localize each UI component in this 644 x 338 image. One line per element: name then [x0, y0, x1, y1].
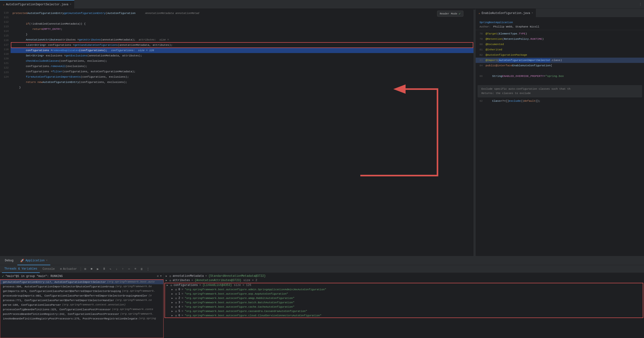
btn-watches[interactable]: ≣ [139, 266, 144, 272]
code-line-78: 78 @Target(ElementType.TYPE) [476, 31, 644, 37]
var-row-attributes[interactable]: ▶ ⊟ attributes = {AnnotationAttributes@3… [164, 278, 644, 282]
btn-step-out[interactable]: ↑ [120, 266, 126, 272]
var-row-2[interactable]: ▶ ⊟ 2 = "org.springframework.boot.autoco… [165, 296, 643, 300]
var-val-idx-6: "org.springframework.boot.autoconfigure.… [185, 314, 322, 317]
debug-tab-app-label: Application [26, 259, 44, 262]
frame-0[interactable]: getAutoConfigurationEntry:117, AutoConfi… [0, 280, 164, 284]
btn-resume[interactable]: ▶ [95, 266, 101, 272]
dropdown-icon[interactable]: ▼ [160, 275, 162, 277]
btn-pause[interactable]: ⏸ [101, 266, 107, 272]
code-line-79: 79 @Retention(RetentionPolicy.RUNTIME) [476, 37, 644, 42]
debug-tab-app-close[interactable]: × [46, 259, 48, 262]
frame-8[interactable]: invokeBeanDefinitionRegistryPostProcesso… [0, 316, 164, 321]
code-line-124: } [10, 85, 474, 90]
expand-icon-1: ▶ [166, 279, 169, 282]
expand-icon: ▶ [166, 275, 169, 277]
doc-line1: Exclude specific auto-configuration clas… [482, 87, 638, 91]
var-name-1: attributes [173, 279, 190, 282]
var-row-6[interactable]: ▶ ⊟ 6 = "org.springframework.boot.autoco… [165, 313, 643, 318]
var-row-configurations[interactable]: ▶ ⊟ configurations = {LinkedList@4353} s… [165, 283, 643, 287]
variables-panel: ▶ ⊟ annotationMetadata = {StandardAnnota… [164, 273, 644, 338]
frame-3[interactable]: processGroupImports:801, ConfigurationCl… [0, 293, 164, 298]
debug-panel: Debug 🚀 Application × Threads & Variable… [0, 256, 644, 338]
tab-more-btn[interactable]: ⋮ [637, 2, 644, 6]
expand-icon-9: ▶ [172, 314, 175, 317]
var-val-0: {StandardAnnotationMetadata@3722} [208, 274, 266, 278]
var-val-idx-0: "org.springframework.boot.autoconfigure.… [185, 288, 326, 291]
app-icon: 🚀 [20, 259, 24, 262]
code-line-123: return new AutoConfigurationEntry (confi… [10, 80, 474, 85]
tab-right-label: EnableAutoConfiguration.java [482, 12, 530, 15]
frame-6[interactable]: processConfigBeanDefinitions:325, Config… [0, 307, 164, 312]
code-line-116: List < String > configurations = getCand… [11, 43, 473, 48]
frame-1[interactable]: process:396, AutoConfigurationImportSele… [0, 284, 164, 289]
btn-step-over[interactable]: ↷ [108, 266, 113, 272]
frame-4[interactable]: process:771, ConfigurationClassParser$De… [0, 298, 164, 302]
var-row-annotationMetadata[interactable]: ▶ ⊟ annotationMetadata = {StandardAnnota… [164, 274, 644, 278]
left-editor-pane: Reader Mode ✓ 110 111 112 113 114 115 11… [0, 9, 476, 256]
var-row-3[interactable]: ▶ ⊟ 3 = "org.springframework.boot.autoco… [165, 300, 643, 305]
btn-eval[interactable]: ≡ [132, 266, 138, 272]
threads-panel: ✓ "main"@1 in group "main": RUNNING ⊘ ▼ … [0, 273, 164, 338]
debug-tab-application[interactable]: 🚀 Application × [17, 256, 50, 265]
thread-label: "main"@1 in group "main": RUNNING [5, 275, 62, 278]
var-val-idx-4: "org.springframework.boot.autoconfigure.… [185, 305, 294, 308]
console-tab-label: Console [43, 267, 55, 271]
code-lines-left: protected AutoConfigurationEntry getAuto… [10, 10, 474, 256]
btn-drop-frame[interactable]: ✂ [126, 266, 132, 272]
frame-5-method: parse:188, ConfigurationClassParser [3, 303, 61, 306]
expand-icon-7: ▶ [172, 305, 175, 308]
check-green-icon: ✓ [2, 274, 4, 278]
var-row-5[interactable]: ▶ ⊟ 5 = "org.springframework.boot.autoco… [165, 309, 643, 313]
java-icon-right: ☕ [478, 12, 480, 15]
expand-icon-4: ▶ [172, 292, 175, 295]
variables-list: ▶ ⊟ annotationMetadata = {StandardAnnota… [164, 273, 644, 338]
doc-springboot: SpringBootApplication [480, 20, 640, 25]
frame-5[interactable]: parse:188, ConfigurationClassParser (org… [0, 302, 164, 307]
var-val-idx-3: "org.springframework.boot.autoconfigure.… [185, 301, 294, 304]
code-line-114: } [10, 32, 474, 37]
var-idx-4: 4 [178, 305, 180, 308]
author-label: Author: [480, 25, 490, 28]
tab-right-file[interactable]: ☕ EnableAutoConfiguration.java × [476, 9, 536, 17]
frame-5-pkg: (org.springframework.context.annotation) [62, 303, 126, 306]
tab-left-label: AutoConfigurationImportSelector.java [6, 3, 68, 6]
tab-close-right[interactable]: × [532, 12, 533, 15]
configurations-group: ▶ ⊟ configurations = {LinkedList@4353} s… [165, 283, 643, 318]
debug-tab-debug[interactable]: Debug [2, 256, 16, 265]
var-row-1[interactable]: ▶ ⊟ 1 = "org.springframework.boot.autoco… [165, 292, 643, 296]
frame-1-method: process:396, AutoConfigurationImportSele… [3, 285, 114, 288]
var-idx-3: 3 [178, 301, 180, 304]
code-line-85 [476, 68, 644, 74]
var-row-4[interactable]: ▶ ⊟ 4 = "org.springframework.boot.autoco… [165, 305, 643, 309]
tab-left-file[interactable]: ☕ AutoConfigurationImportSelector.java × [0, 0, 74, 9]
var-idx-2: 2 [178, 296, 180, 300]
doc-line2: Returns: the classes to exclude [482, 91, 638, 96]
var-val-idx-5: "org.springframework.boot.autoconfigure.… [185, 310, 307, 313]
code-line-111 [10, 16, 474, 21]
frame-2[interactable]: getImports:874, ConfigurationClassParser… [0, 289, 164, 293]
var-val-idx-1: "org.springframework.boot.autoconfigure.… [185, 292, 288, 295]
expand-icon-5: ▶ [172, 297, 175, 300]
code-line-117: configurations = removeDuplicates (confi… [10, 48, 474, 53]
btn-thread-dump[interactable]: ⊞ [82, 266, 88, 272]
var-row-0[interactable]: ▶ ⊟ 0 = "org.springframework.boot.autoco… [165, 287, 643, 292]
tab-close-left[interactable]: × [70, 3, 71, 6]
frame-7[interactable]: postProcessBeanDefinitionRegistry:242, C… [0, 312, 164, 316]
var-val-idx-2: "org.springframework.boot.autoconfigure.… [185, 297, 294, 300]
toolbar-console-tab[interactable]: Console [40, 265, 57, 273]
filter-icon[interactable]: ⊘ [157, 274, 159, 278]
toolbar-actuator-tab[interactable]: ⚙ Actuator [58, 265, 79, 273]
line-numbers-left: 110 111 112 113 114 115 116 117 118 119 … [0, 10, 10, 256]
btn-more-debug[interactable]: ⋮ [145, 266, 151, 272]
btn-step-into[interactable]: ↓ [114, 266, 120, 272]
reader-mode-badge[interactable]: Reader Mode ✓ [437, 11, 463, 17]
toolbar-threads-tab[interactable]: Threads & Variables [2, 265, 40, 273]
code-line-112: if (!isEnabled(annotationMetadata)) { [10, 21, 474, 27]
frame-3-pkg: (o [148, 294, 152, 297]
code-line-119: checkExcludedClasses (configurations, ex… [10, 58, 474, 64]
expand-icon-6: ▶ [172, 301, 175, 304]
btn-stop[interactable]: ■ [89, 266, 94, 272]
frame-7-method: postProcessBeanDefinitionRegistry:242, C… [3, 312, 119, 315]
code-line-87 [476, 79, 644, 84]
